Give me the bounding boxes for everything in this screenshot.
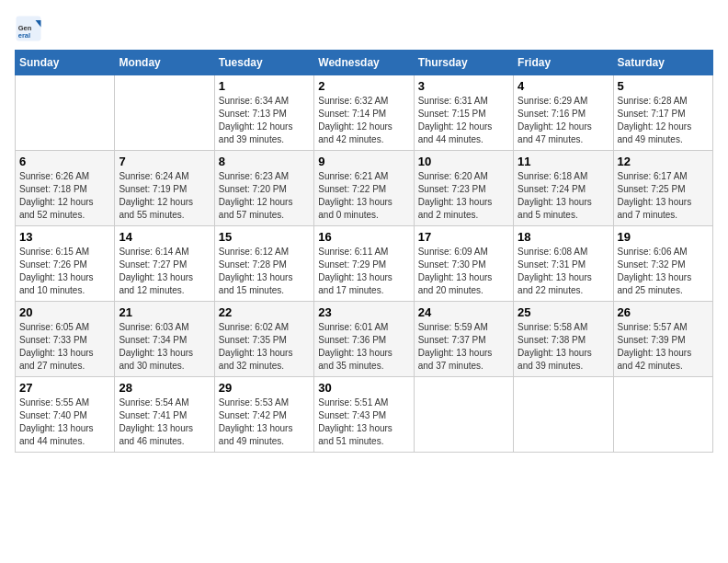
calendar-day-cell: 13Sunrise: 6:15 AMSunset: 7:26 PMDayligh…	[16, 226, 115, 302]
day-number: 1	[219, 79, 310, 93]
calendar-day-cell	[16, 75, 115, 151]
day-number: 26	[618, 305, 709, 319]
calendar-day-cell: 21Sunrise: 6:03 AMSunset: 7:34 PMDayligh…	[115, 302, 214, 377]
day-detail: Sunrise: 6:24 AMSunset: 7:19 PMDaylight:…	[119, 170, 210, 222]
day-detail: Sunrise: 6:21 AMSunset: 7:22 PMDaylight:…	[318, 170, 409, 222]
weekday-header: Monday	[115, 51, 214, 75]
calendar-day-cell: 23Sunrise: 6:01 AMSunset: 7:36 PMDayligh…	[314, 302, 414, 377]
calendar-day-cell: 1Sunrise: 6:34 AMSunset: 7:13 PMDaylight…	[214, 75, 313, 151]
calendar-day-cell: 29Sunrise: 5:53 AMSunset: 7:42 PMDayligh…	[214, 377, 313, 453]
day-detail: Sunrise: 5:53 AMSunset: 7:42 PMDaylight:…	[219, 396, 310, 448]
day-detail: Sunrise: 6:03 AMSunset: 7:34 PMDaylight:…	[119, 321, 210, 373]
calendar-day-cell: 11Sunrise: 6:18 AMSunset: 7:24 PMDayligh…	[514, 151, 613, 226]
calendar-week-row: 27Sunrise: 5:55 AMSunset: 7:40 PMDayligh…	[16, 377, 713, 453]
day-number: 13	[19, 230, 110, 244]
day-number: 29	[219, 381, 310, 395]
weekday-header: Sunday	[16, 51, 115, 75]
day-number: 21	[119, 305, 210, 319]
day-detail: Sunrise: 5:57 AMSunset: 7:39 PMDaylight:…	[618, 321, 709, 373]
calendar-week-row: 1Sunrise: 6:34 AMSunset: 7:13 PMDaylight…	[16, 75, 713, 151]
calendar-table: SundayMondayTuesdayWednesdayThursdayFrid…	[15, 50, 713, 453]
calendar-day-cell: 22Sunrise: 6:02 AMSunset: 7:35 PMDayligh…	[214, 302, 313, 377]
calendar-day-cell: 3Sunrise: 6:31 AMSunset: 7:15 PMDaylight…	[414, 75, 513, 151]
calendar-week-row: 20Sunrise: 6:05 AMSunset: 7:33 PMDayligh…	[16, 302, 713, 377]
day-detail: Sunrise: 5:54 AMSunset: 7:41 PMDaylight:…	[119, 396, 210, 448]
calendar-day-cell: 28Sunrise: 5:54 AMSunset: 7:41 PMDayligh…	[115, 377, 214, 453]
day-detail: Sunrise: 6:26 AMSunset: 7:18 PMDaylight:…	[19, 170, 110, 222]
calendar-day-cell: 9Sunrise: 6:21 AMSunset: 7:22 PMDaylight…	[314, 151, 414, 226]
day-number: 20	[19, 305, 110, 319]
calendar-week-row: 13Sunrise: 6:15 AMSunset: 7:26 PMDayligh…	[16, 226, 713, 302]
day-number: 9	[318, 155, 409, 168]
day-detail: Sunrise: 6:05 AMSunset: 7:33 PMDaylight:…	[19, 321, 110, 373]
day-detail: Sunrise: 6:14 AMSunset: 7:27 PMDaylight:…	[119, 246, 210, 297]
day-number: 12	[618, 155, 709, 168]
weekday-header: Thursday	[414, 51, 513, 75]
day-detail: Sunrise: 6:12 AMSunset: 7:28 PMDaylight:…	[219, 246, 310, 297]
day-number: 2	[318, 79, 409, 93]
logo: Gen eral	[15, 15, 46, 42]
day-detail: Sunrise: 6:06 AMSunset: 7:32 PMDaylight:…	[618, 246, 709, 297]
day-number: 7	[119, 155, 210, 168]
day-detail: Sunrise: 5:58 AMSunset: 7:38 PMDaylight:…	[518, 321, 609, 373]
day-number: 5	[618, 79, 709, 93]
day-number: 23	[318, 305, 409, 319]
weekday-header: Friday	[514, 51, 613, 75]
day-detail: Sunrise: 5:51 AMSunset: 7:43 PMDaylight:…	[318, 396, 409, 448]
day-number: 24	[418, 305, 509, 319]
calendar-day-cell	[115, 75, 214, 151]
calendar-day-cell	[414, 377, 513, 453]
day-number: 16	[318, 230, 409, 244]
day-detail: Sunrise: 6:29 AMSunset: 7:16 PMDaylight:…	[518, 95, 609, 146]
day-number: 18	[518, 230, 609, 244]
day-detail: Sunrise: 6:17 AMSunset: 7:25 PMDaylight:…	[618, 170, 709, 222]
day-number: 8	[219, 155, 310, 168]
day-number: 14	[119, 230, 210, 244]
day-detail: Sunrise: 6:31 AMSunset: 7:15 PMDaylight:…	[418, 95, 509, 146]
calendar-day-cell: 19Sunrise: 6:06 AMSunset: 7:32 PMDayligh…	[613, 226, 712, 302]
calendar-day-cell	[613, 377, 712, 453]
day-detail: Sunrise: 6:08 AMSunset: 7:31 PMDaylight:…	[518, 246, 609, 297]
day-number: 19	[618, 230, 709, 244]
day-number: 25	[518, 305, 609, 319]
calendar-day-cell: 17Sunrise: 6:09 AMSunset: 7:30 PMDayligh…	[414, 226, 513, 302]
day-detail: Sunrise: 6:28 AMSunset: 7:17 PMDaylight:…	[618, 95, 709, 146]
calendar-day-cell: 2Sunrise: 6:32 AMSunset: 7:14 PMDaylight…	[314, 75, 414, 151]
weekday-header: Tuesday	[214, 51, 313, 75]
calendar-week-row: 6Sunrise: 6:26 AMSunset: 7:18 PMDaylight…	[16, 151, 713, 226]
day-number: 28	[119, 381, 210, 395]
day-detail: Sunrise: 6:23 AMSunset: 7:20 PMDaylight:…	[219, 170, 310, 222]
calendar-day-cell: 25Sunrise: 5:58 AMSunset: 7:38 PMDayligh…	[514, 302, 613, 377]
day-detail: Sunrise: 6:32 AMSunset: 7:14 PMDaylight:…	[318, 95, 409, 146]
day-number: 27	[19, 381, 110, 395]
weekday-header: Saturday	[613, 51, 712, 75]
calendar-day-cell: 14Sunrise: 6:14 AMSunset: 7:27 PMDayligh…	[115, 226, 214, 302]
calendar-day-cell: 26Sunrise: 5:57 AMSunset: 7:39 PMDayligh…	[613, 302, 712, 377]
day-detail: Sunrise: 6:20 AMSunset: 7:23 PMDaylight:…	[418, 170, 509, 222]
svg-text:eral: eral	[18, 31, 30, 40]
calendar-day-cell: 27Sunrise: 5:55 AMSunset: 7:40 PMDayligh…	[16, 377, 115, 453]
day-detail: Sunrise: 6:09 AMSunset: 7:30 PMDaylight:…	[418, 246, 509, 297]
logo-icon: Gen eral	[15, 15, 42, 42]
day-number: 15	[219, 230, 310, 244]
calendar-day-cell: 4Sunrise: 6:29 AMSunset: 7:16 PMDaylight…	[514, 75, 613, 151]
day-detail: Sunrise: 6:11 AMSunset: 7:29 PMDaylight:…	[318, 246, 409, 297]
calendar-day-cell: 8Sunrise: 6:23 AMSunset: 7:20 PMDaylight…	[214, 151, 313, 226]
day-detail: Sunrise: 5:59 AMSunset: 7:37 PMDaylight:…	[418, 321, 509, 373]
day-detail: Sunrise: 6:34 AMSunset: 7:13 PMDaylight:…	[219, 95, 310, 146]
day-detail: Sunrise: 6:01 AMSunset: 7:36 PMDaylight:…	[318, 321, 409, 373]
calendar-day-cell: 10Sunrise: 6:20 AMSunset: 7:23 PMDayligh…	[414, 151, 513, 226]
day-number: 17	[418, 230, 509, 244]
calendar-day-cell: 18Sunrise: 6:08 AMSunset: 7:31 PMDayligh…	[514, 226, 613, 302]
calendar-day-cell: 7Sunrise: 6:24 AMSunset: 7:19 PMDaylight…	[115, 151, 214, 226]
day-number: 3	[418, 79, 509, 93]
weekday-header: Wednesday	[314, 51, 414, 75]
day-number: 6	[19, 155, 110, 168]
calendar-day-cell	[514, 377, 613, 453]
day-number: 4	[518, 79, 609, 93]
calendar-day-cell: 24Sunrise: 5:59 AMSunset: 7:37 PMDayligh…	[414, 302, 513, 377]
calendar-day-cell: 16Sunrise: 6:11 AMSunset: 7:29 PMDayligh…	[314, 226, 414, 302]
day-detail: Sunrise: 5:55 AMSunset: 7:40 PMDaylight:…	[19, 396, 110, 448]
calendar-day-cell: 15Sunrise: 6:12 AMSunset: 7:28 PMDayligh…	[214, 226, 313, 302]
day-number: 10	[418, 155, 509, 168]
